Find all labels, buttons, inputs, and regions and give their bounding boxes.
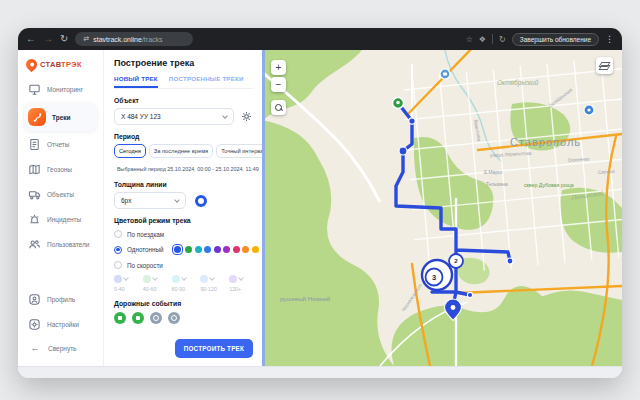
speed-range-label: 90-120: [200, 286, 224, 292]
sidebar-item-tracks[interactable]: Треки: [24, 103, 97, 131]
speed-color-dot: [172, 275, 180, 283]
color-swatch[interactable]: [185, 246, 192, 253]
radio-monochrome[interactable]: [114, 246, 122, 254]
speed-range[interactable]: 40-60: [143, 275, 167, 292]
sidebar-item-label: Свернуть: [48, 345, 77, 352]
color-swatch[interactable]: [204, 246, 211, 253]
track-color-palette: [172, 244, 259, 255]
thickness-preview: [195, 195, 207, 207]
speed-range-label: 60-90: [172, 286, 196, 292]
cluster-badge-count: 2: [454, 257, 458, 264]
sidebar-item-users[interactable]: Пользователи: [24, 233, 97, 256]
color-swatch[interactable]: [233, 246, 240, 253]
radio-by-speed[interactable]: [114, 261, 122, 269]
period-chip-today[interactable]: Сегодня: [114, 144, 146, 158]
panel-scrollbar[interactable]: [262, 50, 265, 366]
layers-button[interactable]: [596, 57, 613, 74]
chevron-down-icon: [152, 275, 158, 281]
reload-icon[interactable]: ↻: [60, 34, 68, 44]
tab-built-tracks[interactable]: ПОСТРОЕННЫЕ ТРЕКИ: [169, 75, 244, 88]
map-search-button[interactable]: [271, 100, 286, 115]
color-swatch[interactable]: [195, 246, 202, 253]
sidebar-item-profile[interactable]: Профиль: [24, 288, 97, 311]
logo-flame-icon: [24, 57, 40, 73]
cluster-marker[interactable]: 3: [422, 260, 452, 290]
sidebar-item-label: Мониторинг: [47, 86, 83, 93]
sidebar-item-label: Профиль: [47, 296, 75, 303]
zoom-in-button[interactable]: +: [271, 60, 286, 75]
cluster-count: 3: [432, 273, 436, 282]
sidebar-item-collapse[interactable]: ← Свернуть: [24, 338, 97, 358]
collapse-arrow-icon: ←: [28, 343, 42, 353]
zoom-out-button[interactable]: −: [271, 77, 286, 92]
route-point[interactable]: [507, 258, 513, 264]
chevron-down-icon: [181, 275, 187, 281]
chevron-down-icon: [174, 197, 180, 203]
extensions-icon[interactable]: ❖: [479, 35, 486, 44]
event-toggle[interactable]: [132, 312, 144, 324]
radio-by-trips[interactable]: [114, 230, 122, 238]
route-point[interactable]: [399, 147, 407, 155]
cluster-badge[interactable]: 2: [449, 254, 463, 268]
sidebar: СТАВТРЭК Мониторинг Треки Отчеты Геозоны: [18, 50, 104, 366]
profile-icon: [28, 293, 41, 306]
users-icon: [28, 238, 41, 251]
event-toggle[interactable]: [168, 312, 180, 324]
chevron-down-icon: [238, 275, 244, 281]
speed-range[interactable]: 60-90: [172, 275, 196, 292]
thickness-value: 6px: [121, 197, 131, 204]
thickness-select[interactable]: 6px: [114, 192, 186, 209]
sidebar-item-label: Отчеты: [47, 141, 69, 148]
map-label-place: рушевый Нижний: [280, 295, 331, 302]
color-swatch: [174, 246, 181, 253]
route-icon: [28, 108, 46, 126]
tab-new-track[interactable]: НОВЫЙ ТРЕК: [114, 75, 158, 88]
sidebar-item-settings[interactable]: Настройки: [24, 313, 97, 336]
start-dot-icon: [396, 101, 400, 105]
bookmark-star-icon[interactable]: ☆: [466, 35, 473, 44]
map-label-street: Е.Марго: [484, 170, 503, 175]
back-icon[interactable]: ←: [26, 34, 36, 44]
tab-bar: НОВЫЙ ТРЕК ПОСТРОЕННЫЕ ТРЕКИ: [114, 75, 253, 89]
sidebar-item-incidents[interactable]: Инциденты: [24, 208, 97, 231]
url-bar[interactable]: ⇄ stavtrack.online/tracks: [75, 32, 193, 46]
speed-range[interactable]: 0-40: [114, 275, 138, 292]
object-settings-gear-icon[interactable]: [240, 110, 253, 123]
sidebar-item-reports[interactable]: Отчеты: [24, 133, 97, 156]
speed-range[interactable]: 120+: [229, 275, 253, 292]
event-toggle[interactable]: [114, 312, 126, 324]
speed-range-row: 0-40 40-60 60-90 90-120 120+: [114, 275, 253, 292]
event-ring-icon: [153, 315, 159, 321]
browser-menu-icon[interactable]: ⋮: [605, 34, 614, 44]
forward-icon[interactable]: →: [43, 34, 53, 44]
color-swatch[interactable]: [242, 246, 249, 253]
color-swatch[interactable]: [214, 246, 221, 253]
build-track-button[interactable]: ПОСТРОИТЬ ТРЕК: [175, 339, 253, 358]
app-logo[interactable]: СТАВТРЭК: [24, 57, 97, 78]
site-favicon-icon: ⇄: [83, 35, 89, 43]
object-select[interactable]: Х 484 УУ 123: [114, 108, 234, 125]
map-label-city: Ставрополь: [510, 136, 581, 148]
period-chip-recent[interactable]: За последнее время: [149, 144, 213, 158]
speed-range[interactable]: 90-120: [200, 275, 224, 292]
color-swatch[interactable]: [223, 246, 230, 253]
color-swatch[interactable]: [252, 246, 259, 253]
map-label-district: Октябрьский: [497, 79, 539, 87]
sidebar-item-label: Настройки: [47, 321, 79, 328]
finish-update-button[interactable]: Завершить обновление: [512, 33, 599, 46]
map-label-street: Тельмана: [486, 182, 508, 187]
color-swatch-selected[interactable]: [172, 244, 183, 255]
update-refresh-icon[interactable]: ↻: [499, 35, 506, 44]
sidebar-item-monitoring[interactable]: Мониторинг: [24, 78, 97, 101]
route-point[interactable]: [409, 118, 415, 124]
sidebar-item-objects[interactable]: Объекты: [24, 183, 97, 206]
map-svg: Ставрополь Октябрьский Ленинский сквер Д…: [262, 50, 622, 366]
sidebar-item-geozones[interactable]: Геозоны: [24, 158, 97, 181]
browser-chrome: ← → ↻ ⇄ stavtrack.online/tracks ☆ ❖ ↻ За…: [18, 28, 622, 50]
page-title: Построение трека: [114, 58, 253, 68]
map-canvas[interactable]: Ставрополь Октябрьский Ленинский сквер Д…: [262, 50, 622, 366]
logo-text: СТАВТРЭК: [40, 60, 82, 69]
object-value: Х 484 УУ 123: [121, 113, 161, 120]
event-toggle[interactable]: [150, 312, 162, 324]
route-point[interactable]: [467, 292, 472, 297]
